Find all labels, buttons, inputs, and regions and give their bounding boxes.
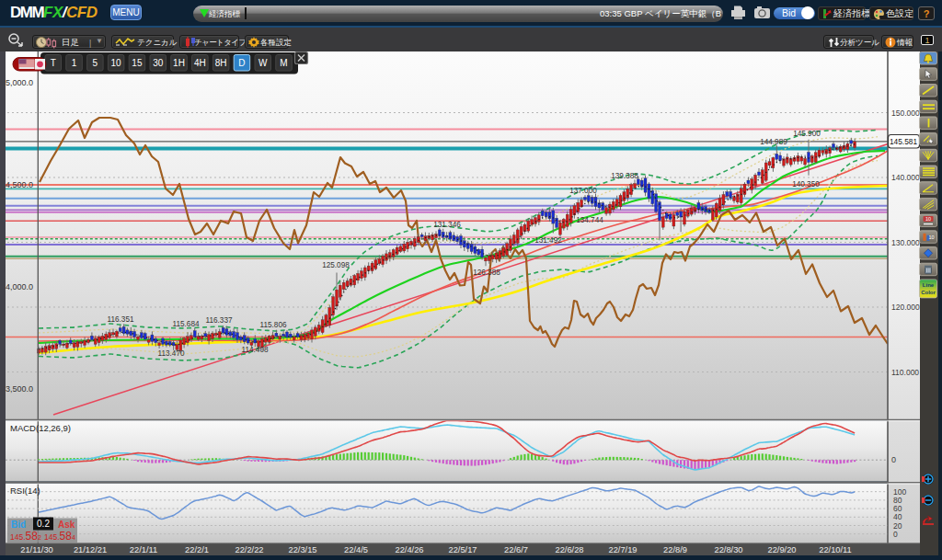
svg-text:10: 10 bbox=[925, 216, 931, 222]
svg-text:140.000: 140.000 bbox=[891, 173, 920, 182]
svg-text:110.000: 110.000 bbox=[891, 368, 919, 377]
svg-text:22/5/17: 22/5/17 bbox=[448, 545, 477, 554]
svg-text:22/6/7: 22/6/7 bbox=[504, 545, 528, 554]
svg-text:113.470: 113.470 bbox=[158, 349, 185, 358]
svg-text:30: 30 bbox=[153, 58, 164, 68]
svg-text:0.2: 0.2 bbox=[37, 519, 50, 529]
svg-text:22/9/20: 22/9/20 bbox=[767, 545, 796, 554]
svg-text:Color: Color bbox=[921, 290, 936, 295]
svg-text:1H: 1H bbox=[173, 58, 185, 68]
svg-text:125.098: 125.098 bbox=[322, 261, 350, 269]
svg-text:1: 1 bbox=[72, 58, 77, 68]
svg-text:145.584: 145.584 bbox=[44, 530, 75, 543]
svg-text:5: 5 bbox=[93, 58, 98, 68]
svg-text:5,000.0: 5,000.0 bbox=[6, 78, 33, 87]
svg-text:Bid: Bid bbox=[11, 520, 26, 530]
svg-text:M: M bbox=[280, 58, 287, 68]
svg-text:Line: Line bbox=[923, 282, 935, 288]
svg-text:Ask: Ask bbox=[58, 520, 75, 530]
svg-text:140.350: 140.350 bbox=[792, 180, 820, 189]
svg-text:15: 15 bbox=[132, 58, 143, 68]
svg-text:137.000: 137.000 bbox=[569, 187, 597, 195]
svg-text:22/4/5: 22/4/5 bbox=[344, 545, 368, 554]
svg-text:22/4/26: 22/4/26 bbox=[395, 545, 423, 554]
svg-text:22/8/30: 22/8/30 bbox=[714, 545, 742, 554]
svg-text:0: 0 bbox=[893, 530, 898, 539]
svg-text:145.900: 145.900 bbox=[793, 130, 821, 138]
svg-text:MACD(12,26,9): MACD(12,26,9) bbox=[10, 423, 71, 433]
svg-text:126.388: 126.388 bbox=[473, 269, 500, 277]
svg-text:8H: 8H bbox=[215, 58, 227, 68]
svg-text:139.388: 139.388 bbox=[611, 172, 638, 180]
svg-text:22/7/19: 22/7/19 bbox=[608, 545, 637, 554]
svg-text:21/11/30: 21/11/30 bbox=[20, 545, 53, 554]
svg-text:131.492: 131.492 bbox=[534, 236, 562, 245]
svg-text:116.351: 116.351 bbox=[108, 315, 134, 324]
svg-text:21/12/21: 21/12/21 bbox=[74, 545, 107, 554]
svg-text:22/2/22: 22/2/22 bbox=[235, 545, 263, 554]
svg-text:RSI(14): RSI(14) bbox=[10, 486, 40, 496]
svg-text:10: 10 bbox=[928, 234, 934, 240]
svg-text:120.000: 120.000 bbox=[891, 303, 920, 312]
svg-text:115.806: 115.806 bbox=[260, 321, 287, 329]
svg-text:22/2/1: 22/2/1 bbox=[185, 545, 209, 554]
svg-text:10: 10 bbox=[111, 58, 122, 68]
svg-text:116.337: 116.337 bbox=[206, 316, 233, 325]
svg-text:115.684: 115.684 bbox=[173, 320, 200, 328]
svg-text:134.744: 134.744 bbox=[576, 216, 603, 224]
svg-text:22/10/11: 22/10/11 bbox=[819, 545, 852, 554]
svg-text:T: T bbox=[51, 58, 56, 68]
svg-text:D: D bbox=[238, 58, 245, 68]
svg-text:4,000.0: 4,000.0 bbox=[6, 282, 33, 291]
svg-text:22/6/28: 22/6/28 bbox=[555, 545, 583, 554]
svg-text:22/1/11: 22/1/11 bbox=[130, 545, 157, 554]
svg-text:150.000: 150.000 bbox=[891, 109, 920, 118]
svg-text:W: W bbox=[258, 58, 268, 68]
svg-text:22/8/9: 22/8/9 bbox=[663, 545, 687, 554]
svg-text:145.582: 145.582 bbox=[10, 530, 41, 543]
svg-text:131.346: 131.346 bbox=[433, 221, 461, 229]
svg-text:130.000: 130.000 bbox=[891, 238, 920, 247]
svg-text:145.581: 145.581 bbox=[890, 137, 917, 146]
svg-text:144.989: 144.989 bbox=[760, 138, 787, 146]
svg-text:22/3/15: 22/3/15 bbox=[288, 545, 316, 554]
svg-text:0: 0 bbox=[891, 455, 896, 464]
svg-text:114.408: 114.408 bbox=[242, 346, 269, 354]
svg-text:3,500.0: 3,500.0 bbox=[6, 384, 33, 394]
svg-text:4,500.0: 4,500.0 bbox=[6, 180, 33, 189]
svg-text:4H: 4H bbox=[194, 58, 206, 68]
